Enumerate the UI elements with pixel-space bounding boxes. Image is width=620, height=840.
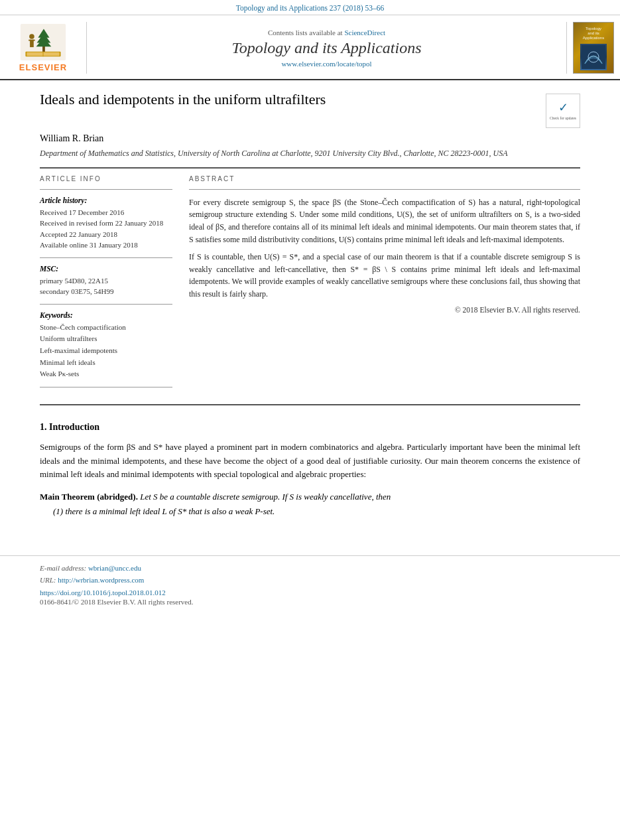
article-history-block: Article history: Received 17 December 20…: [40, 196, 172, 251]
abstract-column: Abstract For every discrete semigroup S,…: [189, 175, 580, 394]
msc-label: MSC:: [40, 265, 172, 273]
keyword-5: Weak Pκ-sets: [40, 368, 172, 380]
abstract-heading: Abstract: [189, 175, 580, 182]
journal-cover-image: Topologyand itsApplications: [573, 22, 614, 74]
svg-point-1: [29, 34, 34, 39]
affiliation: Department of Mathematics and Statistics…: [40, 148, 580, 159]
footer-email[interactable]: wbrian@uncc.edu: [88, 564, 141, 572]
msc-secondary: secondary 03E75, 54H99: [40, 286, 172, 297]
section-1-title: 1. Introduction: [40, 422, 580, 433]
info-divider-bottom: [40, 387, 172, 387]
keywords-label: Keywords:: [40, 311, 172, 319]
info-abstract-columns: Article Info Article history: Received 1…: [40, 175, 580, 394]
section-heading-text: Introduction: [49, 422, 99, 432]
theorem-item-1: (1) there is a minimal left ideal L of S…: [53, 505, 580, 519]
article-main: Ideals and idempotents in the uniform ul…: [0, 80, 620, 542]
info-divider-msc: [40, 257, 172, 258]
footer-copyright: 0166-8641/© 2018 Elsevier B.V. All right…: [40, 598, 580, 606]
article-info-heading: Article Info: [40, 175, 172, 182]
history-received: Received 17 December 2016 Received in re…: [40, 207, 172, 251]
url-label: URL:: [40, 576, 56, 584]
cover-art-icon: [582, 45, 605, 69]
cover-graphic: [580, 44, 607, 70]
svg-rect-4: [32, 39, 35, 40]
paper-title: Ideals and idempotents in the uniform ul…: [40, 90, 326, 109]
keyword-2: Uniform ultrafilters: [40, 333, 172, 345]
elsevier-tree-icon: [20, 24, 66, 60]
title-row: Ideals and idempotents in the uniform ul…: [40, 90, 580, 128]
elsevier-logo-area: ELSEVIER: [0, 22, 86, 74]
theorem-title: Main Theorem (abridged). Let S be a coun…: [40, 492, 580, 502]
section-number: 1.: [40, 422, 47, 432]
journal-header: ELSEVIER Contents lists available at Sci…: [0, 15, 620, 80]
keywords-block: Keywords: Stone–Čech compactification Un…: [40, 311, 172, 380]
check-icon: ✓: [558, 100, 568, 115]
svg-rect-3: [29, 39, 31, 40]
check-updates-badge[interactable]: ✓ Check for updates: [546, 94, 580, 128]
journal-title-area: Contents lists available at ScienceDirec…: [86, 22, 567, 74]
footer: E-mail address: wbrian@uncc.edu URL: htt…: [0, 555, 620, 611]
elsevier-brand-text: ELSEVIER: [19, 62, 67, 72]
theorem-body-inline: Let S be a countable discrete semigroup.…: [140, 492, 391, 502]
journal-cover-area: Topologyand itsApplications: [567, 22, 620, 74]
journal-header-link: Topology and its Applications 237 (2018)…: [0, 0, 620, 15]
article-info-column: Article Info Article history: Received 1…: [40, 175, 172, 394]
footer-url[interactable]: http://wrbrian.wordpress.com: [58, 576, 144, 584]
footer-email-line: E-mail address: wbrian@uncc.edu: [40, 563, 580, 575]
abstract-paragraph-2: If S is countable, then U(S) = S*, and a…: [189, 251, 580, 300]
svg-rect-12: [582, 45, 605, 69]
keyword-4: Minimal left ideals: [40, 357, 172, 369]
journal-citation: Topology and its Applications 237 (2018)…: [236, 4, 384, 12]
msc-block: MSC: primary 54D80, 22A15 secondary 03E7…: [40, 265, 172, 297]
abstract-text: For every discrete semigroup S, the spac…: [189, 196, 580, 301]
info-divider-top: [40, 189, 172, 190]
intro-paragraph: Semigroups of the form βS and S* have pl…: [40, 441, 580, 482]
info-divider-kw: [40, 304, 172, 305]
main-divider: [40, 404, 580, 405]
footer-url-line: URL: http://wrbrian.wordpress.com: [40, 575, 580, 587]
contents-label: Contents lists available at: [268, 29, 343, 36]
title-divider: [40, 167, 580, 169]
abstract-paragraph-1: For every discrete semigroup S, the spac…: [189, 196, 580, 245]
check-updates-label: Check for updates: [550, 116, 576, 121]
keyword-1: Stone–Čech compactification: [40, 322, 172, 334]
footer-doi[interactable]: https://doi.org/10.1016/j.topol.2018.01.…: [40, 589, 580, 596]
msc-primary: primary 54D80, 22A15: [40, 275, 172, 287]
author-name: William R. Brian: [40, 133, 580, 144]
keyword-3: Left-maximal idempotents: [40, 345, 172, 357]
copyright-line: © 2018 Elsevier B.V. All rights reserved…: [189, 306, 580, 314]
journal-url[interactable]: www.elsevier.com/locate/topol: [281, 60, 371, 68]
contents-available-line: Contents lists available at ScienceDirec…: [268, 29, 385, 36]
abstract-divider: [189, 189, 580, 190]
keywords-list: Stone–Čech compactification Uniform ultr…: [40, 322, 172, 380]
main-theorem-block: Main Theorem (abridged). Let S be a coun…: [40, 492, 580, 519]
journal-name-heading: Topology and its Applications: [231, 39, 421, 57]
email-label: E-mail address:: [40, 564, 86, 572]
elsevier-logo: ELSEVIER: [19, 24, 67, 72]
cover-title-text: Topologyand itsApplications: [583, 27, 604, 41]
history-label: Article history:: [40, 196, 172, 204]
sciencedirect-link[interactable]: ScienceDirect: [344, 29, 385, 36]
